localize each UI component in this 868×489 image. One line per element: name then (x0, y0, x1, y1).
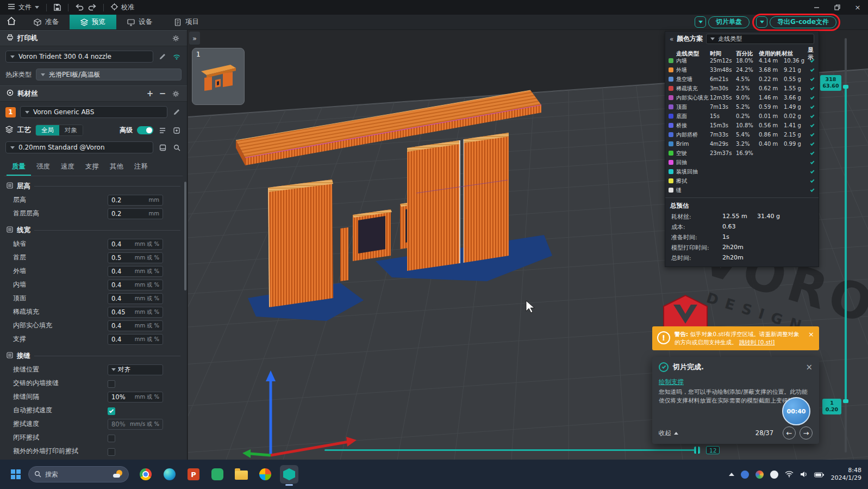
taskbar-edge[interactable] (160, 465, 179, 484)
scope-global-button[interactable]: 全局 (36, 125, 59, 135)
search-settings-icon[interactable] (172, 143, 182, 152)
add-filament-button[interactable]: + (146, 89, 154, 98)
minimize-button[interactable] (806, 0, 827, 15)
printer-preset-select[interactable]: Voron Trident 300 0.4 nozzle (5, 51, 153, 63)
seam-gap-input[interactable]: 10%mm 或 % (108, 392, 163, 403)
visibility-checkbox[interactable] (808, 134, 816, 135)
param-tab-2[interactable]: 速度 (55, 160, 80, 176)
visibility-checkbox[interactable] (808, 190, 816, 191)
visibility-checkbox[interactable] (808, 79, 816, 80)
taskbar-search[interactable] (28, 466, 129, 482)
staggered-inner-seams-checkbox[interactable] (108, 380, 115, 388)
export-dropdown-button[interactable] (756, 16, 767, 28)
wifi-icon[interactable] (785, 469, 794, 480)
taskbar-orca-slicer[interactable] (280, 465, 298, 484)
seam-position-select[interactable]: 对齐 (108, 364, 163, 375)
tray-app-icon[interactable] (755, 471, 764, 479)
compare-presets-icon[interactable] (158, 126, 167, 135)
layer-slider[interactable] (843, 38, 848, 453)
layer-slider-bottom-handle[interactable] (843, 399, 848, 403)
move-slider-handle[interactable] (694, 447, 700, 454)
line-width-support-input[interactable]: 0.4mm 或 % (108, 334, 163, 345)
visibility-checkbox[interactable] (808, 153, 816, 154)
paint-support-link[interactable]: 绘制支撑 (659, 378, 684, 386)
visibility-checkbox[interactable] (808, 60, 816, 61)
line-width-internal-solid-input[interactable]: 0.4mm 或 % (108, 320, 163, 331)
tab-prepare[interactable]: 准备 (23, 15, 70, 29)
battery-icon[interactable] (814, 469, 825, 480)
taskbar-wechat[interactable] (208, 465, 227, 484)
calibrate-button[interactable]: 校准 (109, 0, 136, 15)
search-input[interactable] (45, 471, 99, 478)
loop-wipe-checkbox[interactable] (108, 435, 115, 442)
visibility-checkbox[interactable] (808, 125, 816, 126)
visibility-checkbox[interactable] (808, 70, 816, 71)
auto-wipe-speed-checkbox[interactable] (108, 407, 115, 415)
wipe-speed-input[interactable]: 80%mm/s 或 % (108, 419, 163, 430)
param-tab-5[interactable]: 注释 (129, 160, 153, 176)
slice-button[interactable]: 切片单盘 (708, 16, 750, 28)
collapse-notification-button[interactable]: 收起 (659, 429, 671, 437)
export-gcode-button[interactable]: 导出G-code文件 (770, 16, 836, 28)
close-button[interactable]: × (847, 0, 868, 15)
settings-group-header[interactable]: 线宽 (0, 220, 187, 237)
start-button[interactable] (7, 465, 25, 484)
taskbar-powerpoint[interactable]: P (184, 465, 203, 484)
visibility-checkbox[interactable] (808, 88, 816, 89)
redo-button[interactable] (86, 0, 98, 15)
tray-app-icon[interactable] (741, 471, 749, 479)
volume-icon[interactable] (800, 469, 808, 480)
bed-type-select[interactable]: 光滑PEI板/高温板 (36, 69, 182, 81)
param-tab-0[interactable]: 质量 (7, 160, 31, 176)
home-button[interactable] (0, 15, 23, 29)
scope-objects-button[interactable]: 对象 (59, 125, 83, 135)
tab-device[interactable]: 设备 (116, 15, 163, 29)
visibility-checkbox[interactable] (808, 116, 816, 117)
filament-settings-gear-icon[interactable] (171, 89, 180, 98)
sidebar-collapse-button[interactable]: » (189, 32, 200, 45)
warning-jump-link[interactable]: 跳转到 [0.stl] (739, 339, 775, 345)
line-width-default-input[interactable]: 0.4mm 或 % (108, 239, 163, 250)
slice-dropdown-button[interactable] (695, 16, 706, 28)
tray-app-icon[interactable] (770, 471, 778, 479)
visibility-checkbox[interactable] (808, 171, 816, 172)
taskbar-chrome[interactable] (136, 465, 155, 484)
settings-group-header[interactable]: 层高 (0, 176, 187, 193)
move-slider[interactable]: 12 (324, 446, 727, 455)
visibility-checkbox[interactable] (808, 97, 816, 98)
taskbar-photos[interactable] (256, 465, 274, 484)
layer-slider-top-handle[interactable] (843, 85, 848, 89)
transfer-settings-icon[interactable] (172, 126, 182, 135)
visibility-checkbox[interactable] (808, 162, 816, 163)
process-preset-select[interactable]: 0.20mm Standard @Voron (5, 141, 153, 153)
edit-printer-icon[interactable] (158, 52, 167, 61)
taskbar-file-explorer[interactable] (232, 465, 251, 484)
visibility-checkbox[interactable] (808, 144, 816, 145)
warning-close-icon[interactable]: × (808, 330, 814, 346)
tab-project[interactable]: 项目 (163, 15, 210, 29)
wipe-before-external-checkbox[interactable] (108, 448, 115, 456)
notification-close-icon[interactable]: × (805, 362, 813, 372)
first-layer-height-input[interactable]: 0.2mm (108, 208, 163, 219)
settings-group-header[interactable]: 接缝 (0, 346, 187, 363)
layer-height-input[interactable]: 0.2mm (108, 195, 163, 206)
collapse-panel-icon[interactable]: « (670, 35, 673, 43)
move-slider-track[interactable] (324, 449, 700, 451)
param-tab-4[interactable]: 其他 (104, 160, 129, 176)
layer-slider-range[interactable] (845, 88, 847, 400)
view-mode-select[interactable]: 走线类型 (706, 34, 814, 44)
file-menu[interactable]: 文件 (5, 0, 41, 15)
plate-thumbnail[interactable]: 1 (192, 48, 245, 105)
visibility-checkbox[interactable] (808, 107, 816, 108)
taskbar-clock[interactable]: 8:48 2024/1/29 (831, 467, 861, 482)
next-notification-button[interactable]: → (800, 426, 813, 440)
tray-chevron-up-icon[interactable] (729, 473, 734, 476)
tab-preview[interactable]: 预览 (70, 15, 116, 29)
advanced-toggle[interactable] (137, 126, 153, 134)
weather-icon[interactable] (113, 470, 123, 479)
line-width-top-surface-input[interactable]: 0.4mm 或 % (108, 293, 163, 304)
visibility-checkbox[interactable] (808, 181, 816, 182)
save-button[interactable] (52, 0, 63, 15)
param-tab-1[interactable]: 强度 (31, 160, 55, 176)
line-width-inner-wall-input[interactable]: 0.4mm 或 % (108, 280, 163, 290)
